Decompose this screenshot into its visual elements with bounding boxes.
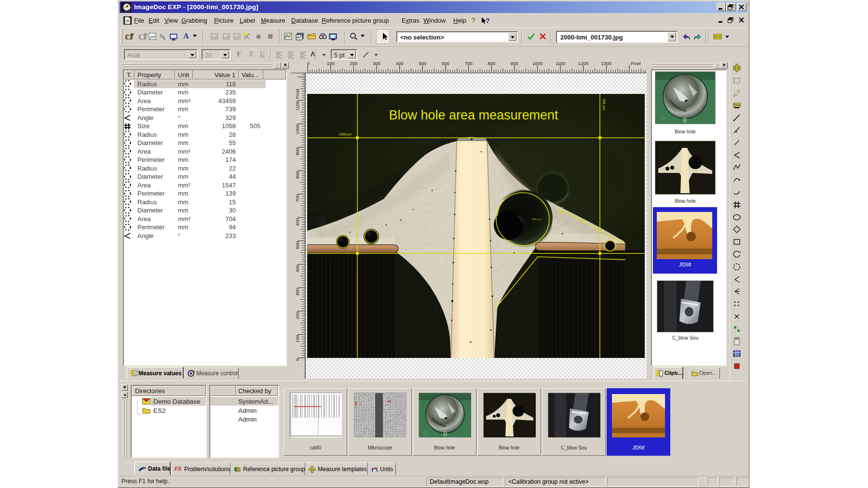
svg-text:Pixel: Pixel [295, 89, 300, 99]
svg-text:0: 0 [295, 358, 300, 361]
svg-text:700: 700 [295, 195, 300, 202]
svg-text:800: 800 [488, 61, 495, 66]
svg-text:1300: 1300 [601, 61, 611, 66]
svg-text:600: 600 [295, 218, 300, 225]
svg-text:505 µm: 505 µm [602, 99, 606, 110]
svg-text:1200: 1200 [578, 61, 588, 66]
svg-text:B: B [443, 430, 448, 437]
svg-text:500: 500 [419, 61, 426, 66]
svg-text:500: 500 [295, 241, 300, 249]
svg-text:0: 0 [307, 61, 310, 66]
svg-text:s: s [163, 36, 165, 41]
svg-text:900: 900 [511, 61, 518, 66]
svg-text:800: 800 [295, 171, 300, 179]
svg-text:756 µm: 756 µm [532, 218, 542, 221]
svg-text:1000: 1000 [295, 124, 300, 134]
svg-text:1100: 1100 [295, 101, 300, 110]
svg-text:400: 400 [396, 61, 404, 66]
svg-text:B: B [683, 117, 687, 124]
svg-text:200: 200 [350, 61, 357, 66]
svg-text:300: 300 [295, 288, 300, 296]
svg-text:700: 700 [465, 61, 473, 66]
svg-text:400: 400 [295, 265, 300, 273]
svg-text:?: ? [486, 17, 490, 25]
svg-text:90°: 90° [558, 207, 564, 210]
svg-text:600: 600 [442, 61, 449, 66]
svg-text:1000: 1000 [532, 61, 542, 66]
svg-text:300: 300 [373, 61, 380, 66]
svg-text:Pixel: Pixel [631, 61, 641, 66]
svg-text:1100: 1100 [556, 61, 565, 66]
svg-text:200: 200 [295, 312, 300, 319]
svg-text:100: 100 [295, 335, 300, 343]
svg-text:100: 100 [327, 61, 335, 66]
svg-text:900: 900 [295, 148, 300, 156]
svg-text:Blow hole area measurement: Blow hole area measurement [389, 108, 558, 122]
svg-text:1058 µm: 1058 µm [339, 132, 352, 136]
